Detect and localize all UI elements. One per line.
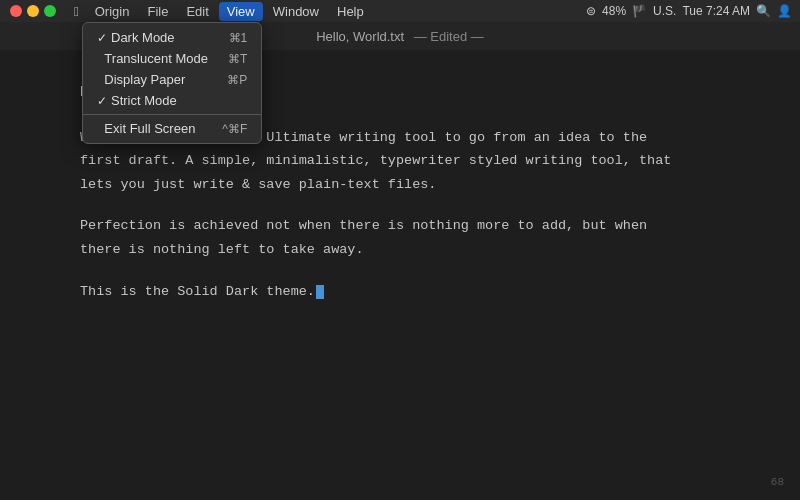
menu-edit[interactable]: Edit [178,2,216,21]
clock: Tue 7:24 AM [682,4,750,18]
menu-origin[interactable]: Origin [87,2,138,21]
apple-logo[interactable]:  [68,4,85,19]
dropdown-item-display-paper[interactable]: Display Paper ⌘P [83,69,261,90]
minimize-button[interactable] [27,5,39,17]
battery-status: 48% [602,4,626,18]
text-cursor [316,285,324,299]
wifi-icon: ⊜ [586,4,596,18]
dropdown-divider [83,114,261,115]
dropdown-item-dark-mode[interactable]: ✓ Dark Mode ⌘1 [83,27,261,48]
dark-mode-shortcut: ⌘1 [229,31,248,45]
menu-file[interactable]: File [139,2,176,21]
traffic-lights [10,5,56,17]
user-icon[interactable]: 👤 [777,4,792,18]
fullscreen-button[interactable] [44,5,56,17]
document-title: Hello, World.txt — Edited — [316,29,484,44]
menubar:  Origin File Edit View Window Help ⊜ 48… [0,0,800,22]
check-translucent [97,52,100,66]
check-exit-fullscreen [97,122,100,136]
dark-mode-label: Dark Mode [111,30,209,45]
page-number: 68 [771,473,784,492]
close-button[interactable] [10,5,22,17]
check-strict-mode: ✓ [97,94,107,108]
check-dark-mode: ✓ [97,31,107,45]
display-paper-shortcut: ⌘P [227,73,247,87]
menu-window[interactable]: Window [265,2,327,21]
dropdown-item-exit-fullscreen[interactable]: Exit Full Screen ^⌘F [83,118,261,139]
strict-mode-label: Strict Mode [111,93,227,108]
view-dropdown: ✓ Dark Mode ⌘1 Translucent Mode ⌘T Displ… [82,22,262,144]
check-display-paper [97,73,100,87]
dropdown-item-translucent[interactable]: Translucent Mode ⌘T [83,48,261,69]
menu-view[interactable]: View [219,2,263,21]
locale: U.S. [653,4,676,18]
editor-paragraph-3: This is the Solid Dark theme. [80,280,720,304]
display-paper-label: Display Paper [104,72,207,87]
exit-fullscreen-shortcut: ^⌘F [222,122,247,136]
dropdown-item-strict-mode[interactable]: ✓ Strict Mode [83,90,261,111]
exit-fullscreen-label: Exit Full Screen [104,121,202,136]
menu-items:  Origin File Edit View Window Help [68,2,372,21]
translucent-shortcut: ⌘T [228,52,247,66]
editor-paragraph-2: Perfection is achieved not when there is… [80,214,720,261]
search-icon[interactable]: 🔍 [756,4,771,18]
flag-icon: 🏴 [632,4,647,18]
translucent-label: Translucent Mode [104,51,208,66]
menubar-right: ⊜ 48% 🏴 U.S. Tue 7:24 AM 🔍 👤 [586,4,792,18]
menu-help[interactable]: Help [329,2,372,21]
